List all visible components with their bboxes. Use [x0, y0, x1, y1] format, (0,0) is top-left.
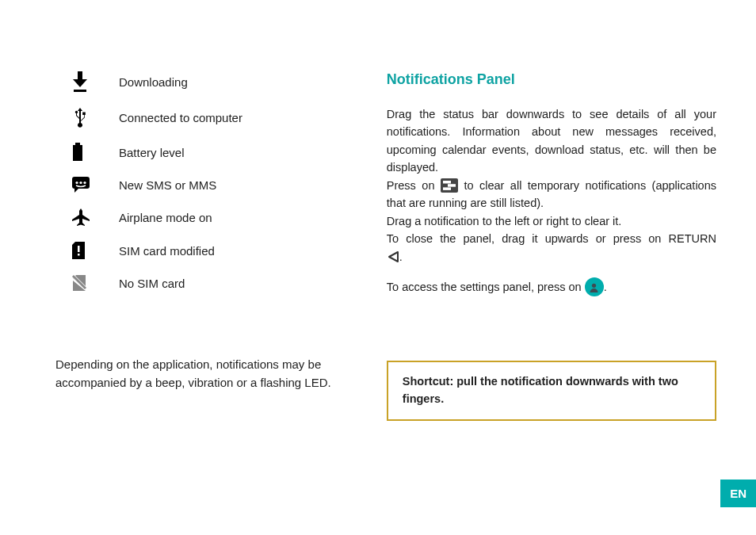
svg-rect-0: [78, 71, 82, 80]
row-sim-modified: SIM card modified: [71, 241, 347, 260]
svg-rect-13: [443, 187, 451, 190]
airplane-label: Airplane mode on: [119, 211, 212, 224]
svg-rect-11: [443, 181, 451, 184]
p2-text-a: Press on: [387, 179, 441, 192]
row-usb: Connected to computer: [71, 106, 347, 128]
svg-rect-1: [74, 90, 86, 92]
right-column: Notifications Panel Drag the status bar …: [387, 71, 716, 421]
p5-text-a: To access the settings panel, press on: [387, 281, 585, 293]
row-airplane: Airplane mode on: [71, 208, 347, 227]
downloading-icon: [71, 71, 119, 92]
p4-text-b: .: [399, 250, 403, 263]
svg-rect-9: [78, 254, 80, 256]
row-sms: New SMS or MMS: [71, 176, 347, 193]
p5-text-b: .: [604, 281, 607, 293]
svg-rect-8: [78, 246, 80, 252]
body-text: Drag the status bar downwards to see det…: [387, 105, 716, 297]
battery-label: Battery level: [119, 146, 185, 159]
paragraph-2: Press on to clear all temporary notifica…: [387, 177, 716, 212]
paragraph-4: To close the panel, drag it upwards or p…: [387, 230, 716, 266]
svg-point-6: [79, 182, 82, 184]
sim-modified-label: SIM card modified: [119, 244, 215, 258]
p4-text-a: To close the panel, drag it upwards or p…: [387, 232, 716, 245]
usb-label: Connected to computer: [119, 111, 242, 124]
paragraph-1: Drag the status bar downwards to see det…: [387, 105, 716, 177]
sim-modified-icon: [71, 241, 119, 260]
svg-rect-12: [448, 184, 456, 187]
svg-rect-3: [73, 145, 82, 161]
svg-point-14: [592, 284, 596, 288]
airplane-icon: [71, 208, 119, 227]
battery-icon: [71, 143, 119, 162]
row-no-sim: No SIM card: [71, 274, 347, 292]
row-battery: Battery level: [71, 143, 347, 162]
no-sim-label: No SIM card: [119, 277, 185, 290]
svg-point-5: [75, 182, 78, 184]
paragraph-5: To access the settings panel, press on .: [387, 278, 716, 297]
status-icon-list: Downloading Connected to computer Batter…: [71, 71, 347, 292]
row-downloading: Downloading: [71, 71, 347, 92]
shortcut-box: Shortcut: pull the notification downward…: [387, 361, 716, 421]
svg-point-7: [83, 182, 86, 184]
usb-icon: [71, 106, 119, 128]
section-title: Notifications Panel: [387, 71, 716, 88]
settings-person-icon: [585, 277, 604, 296]
return-icon: [387, 250, 399, 263]
clear-notifications-icon: [441, 178, 458, 193]
sms-icon: [71, 176, 119, 193]
left-column: Downloading Connected to computer Batter…: [55, 71, 347, 421]
left-notification-note: Depending on the application, notificati…: [55, 355, 347, 392]
sms-label: New SMS or MMS: [119, 178, 216, 192]
downloading-label: Downloading: [119, 75, 188, 89]
language-tag: EN: [720, 480, 756, 507]
paragraph-3: Drag a notification to the left or right…: [387, 212, 716, 230]
no-sim-icon: [71, 274, 119, 292]
svg-rect-2: [75, 143, 80, 145]
